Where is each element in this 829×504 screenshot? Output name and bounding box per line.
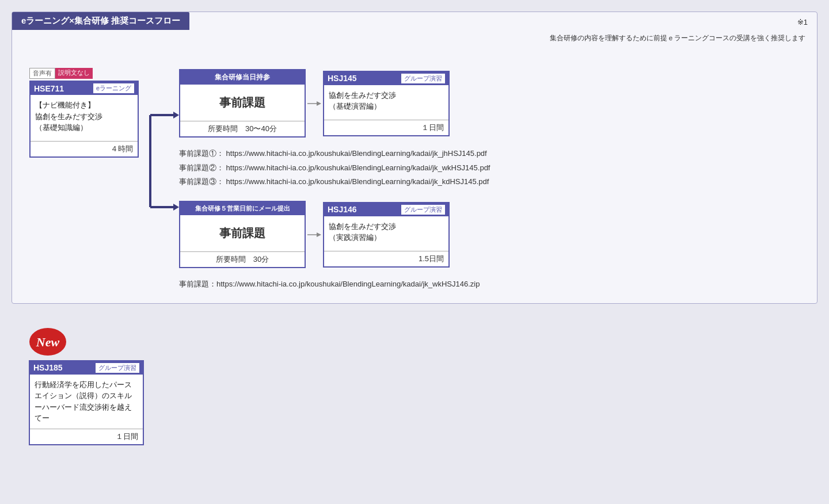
flow2-links: 事前課題：https://www.hitachi-ia.co.jp/koushu… <box>179 277 800 292</box>
flow1-row: 集合研修当日持参 事前課題 所要時間 30〜40分 <box>179 69 800 138</box>
new-type-badge: グループ演習 <box>96 363 139 373</box>
pretask-body-2: 事前課題 <box>180 215 305 251</box>
new-course-id: HSJ185 <box>33 363 96 372</box>
svg-marker-6 <box>317 101 321 106</box>
group-card-body-1: 協創を生みだす交渉 （基礎演習編） <box>324 85 448 120</box>
elearning-card-footer: ４時間 <box>31 141 138 156</box>
pretask-header-2: 集合研修５営業日前にメール提出 <box>180 202 305 215</box>
elearning-type-badge: eラーニング <box>93 83 134 93</box>
pretask-box-2: 集合研修５営業日前にメール提出 事前課題 所要時間 30分 <box>179 201 306 268</box>
group-type-badge-1: グループ演習 <box>401 74 445 83</box>
new-badge: New <box>29 327 67 357</box>
group-card-body-2: 協創を生みだす交渉 （実践演習編） <box>324 216 448 251</box>
pretask-footer-2: 所要時間 30分 <box>180 251 305 267</box>
svg-marker-4 <box>173 204 179 211</box>
group-card-footer-2: 1.5日間 <box>324 251 448 266</box>
new-section: New HSJ185 グループ演習 行動経済学を応用したパース エイション（説得… <box>12 321 817 451</box>
badge-notext: 説明文なし <box>55 68 93 79</box>
flow1-links: 事前課題①： https://www.hitachi-ia.co.jp/kous… <box>179 147 800 189</box>
branch-arrows <box>139 81 179 242</box>
badge-voice: 音声有 <box>29 68 55 79</box>
new-card-body: 行動経済学を応用したパース エイション（説得）のスキル ーハーバード流交渉術を越… <box>30 375 143 429</box>
svg-marker-8 <box>317 232 321 237</box>
group-card-footer-1: １日間 <box>324 120 448 135</box>
note-right: ※1 <box>797 16 808 26</box>
new-card: HSJ185 グループ演習 行動経済学を応用したパース エイション（説得）のスキ… <box>29 360 144 445</box>
pretask-header-1: 集合研修当日持参 <box>180 70 305 85</box>
new-card-footer: １日間 <box>30 429 143 444</box>
small-arrow-2 <box>306 229 323 240</box>
group-type-badge-2: グループ演習 <box>401 205 445 215</box>
group-card-1: HSJ145 グループ演習 協創を生みだす交渉 （基礎演習編） １日間 <box>323 71 450 136</box>
flow2-row: 集合研修５営業日前にメール提出 事前課題 所要時間 30分 <box>179 201 800 268</box>
small-arrow-1 <box>306 98 323 109</box>
pretask-body-1: 事前課題 <box>180 85 305 121</box>
group-course-id-2: HSJ146 <box>328 205 401 214</box>
flow-box-header: eラーニング×集合研修 推奨コースフロー <box>12 12 189 30</box>
pretask-box-1: 集合研修当日持参 事前課題 所要時間 30〜40分 <box>179 69 306 138</box>
svg-text:New: New <box>36 335 60 349</box>
elearning-course-id: HSE711 <box>34 84 93 93</box>
group-course-id-1: HSJ145 <box>328 74 401 83</box>
pretask-footer-1: 所要時間 30〜40分 <box>180 121 305 136</box>
group-card-2: HSJ146 グループ演習 協創を生みだす交渉 （実践演習編） 1.5日間 <box>323 202 450 268</box>
svg-marker-2 <box>173 112 179 119</box>
elearning-card-body: 【ナビ機能付き】 協創を生みだす交渉 （基礎知識編） <box>31 95 138 141</box>
flow-diagram-box: eラーニング×集合研修 推奨コースフロー ※1 集合研修の内容を理解するために前… <box>12 12 817 304</box>
subtitle: 集合研修の内容を理解するために前提ｅラーニングコースの受講を強く推奨します <box>12 30 817 43</box>
elearning-card: HSE711 eラーニング 【ナビ機能付き】 協創を生みだす交渉 （基礎知識編）… <box>29 81 139 158</box>
